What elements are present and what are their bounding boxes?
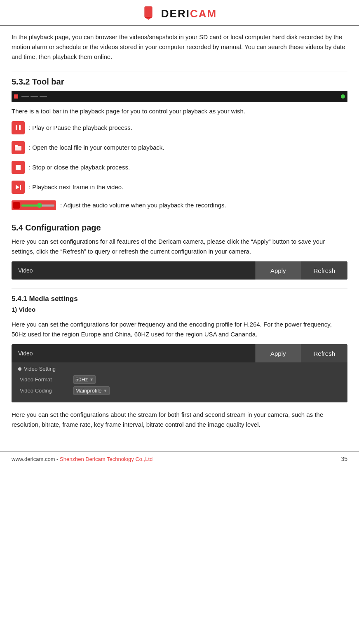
main-content: In the playback page, you can browser th… bbox=[0, 32, 359, 443]
open-file-icon-box bbox=[12, 141, 25, 154]
video-format-value: 50Hz bbox=[75, 376, 88, 383]
stop-icon-label: : Stop or close the playback process. bbox=[29, 163, 130, 172]
config-bar-1-label: Video bbox=[12, 267, 255, 274]
divider-2 bbox=[12, 217, 347, 217]
video-setting-group: Video Setting bbox=[18, 366, 341, 372]
open-icon-label: : Open the local file in your computer t… bbox=[29, 143, 164, 153]
volume-label: : Adjust the audio volume when you playb… bbox=[60, 201, 226, 210]
toolbar-lines bbox=[21, 96, 47, 97]
video-coding-select[interactable]: Mainprofile ▼ bbox=[73, 386, 110, 395]
volume-control-mockup bbox=[12, 200, 56, 210]
footer-link: www.dericam.com - Shenzhen Dericam Techn… bbox=[12, 456, 153, 462]
section-541-desc: Here you can set the configurations for … bbox=[12, 320, 347, 339]
icon-row-volume: : Adjust the audio volume when you playb… bbox=[12, 200, 347, 210]
footer-page-number: 35 bbox=[341, 456, 347, 462]
logo: DERICAM bbox=[142, 6, 217, 21]
video-panel-title: Video bbox=[12, 350, 255, 357]
config-bar-1: Video Apply Refresh bbox=[12, 261, 347, 280]
logo-icon bbox=[142, 6, 158, 21]
toolbar-line-1 bbox=[21, 96, 29, 97]
refresh-button-2[interactable]: Refresh bbox=[300, 344, 347, 362]
icon-row-open: : Open the local file in your computer t… bbox=[12, 141, 347, 154]
video-coding-row: Video Coding Mainprofile ▼ bbox=[18, 386, 341, 395]
volume-icon bbox=[13, 202, 20, 209]
video-coding-value: Mainprofile bbox=[75, 388, 102, 394]
svg-rect-4 bbox=[19, 125, 21, 130]
icon-row-stop: : Stop or close the playback process. bbox=[12, 161, 347, 174]
volume-fill bbox=[21, 204, 38, 207]
icon-row-play: : Play or Pause the playback process. bbox=[12, 121, 347, 134]
video-format-label: Video Format bbox=[20, 376, 73, 383]
video-format-row: Video Format 50Hz ▼ bbox=[18, 375, 341, 384]
video-setting-group-label: Video Setting bbox=[24, 366, 56, 372]
section-54-desc: Here you can set configurations for all … bbox=[12, 237, 347, 256]
volume-thumb bbox=[37, 203, 42, 208]
section-541-subtitle: 1) Video bbox=[12, 305, 347, 315]
logo-text: DERICAM bbox=[161, 7, 217, 20]
apply-button-1[interactable]: Apply bbox=[255, 261, 301, 280]
divider-1 bbox=[12, 71, 347, 71]
svg-marker-8 bbox=[16, 185, 19, 190]
toolbar-mockup bbox=[12, 91, 347, 102]
video-coding-arrow: ▼ bbox=[103, 388, 108, 393]
next-frame-icon bbox=[14, 183, 22, 191]
video-coding-label: Video Coding bbox=[20, 388, 73, 394]
stop-icon bbox=[14, 164, 22, 171]
next-frame-label: : Playback next frame in the video. bbox=[29, 183, 123, 192]
volume-track bbox=[21, 204, 54, 207]
footer-url-red: Shenzhen Dericam Technology Co.,Ltd bbox=[60, 456, 153, 462]
apply-button-2[interactable]: Apply bbox=[255, 344, 301, 362]
video-format-arrow: ▼ bbox=[89, 377, 94, 382]
play-icon-box bbox=[12, 121, 25, 134]
section-541-subtitle-text: 1) Video bbox=[12, 306, 35, 313]
toolbar-desc: There is a tool bar in the playback page… bbox=[12, 106, 347, 116]
svg-marker-1 bbox=[145, 17, 152, 20]
icon-row-next: : Playback next frame in the video. bbox=[12, 181, 347, 194]
video-settings-panel: Video Apply Refresh Video Setting Video … bbox=[12, 344, 347, 402]
section-541-after-desc: Here you can set the configurations abou… bbox=[12, 410, 347, 430]
svg-rect-9 bbox=[20, 185, 21, 190]
svg-rect-6 bbox=[15, 145, 18, 147]
next-frame-icon-box bbox=[12, 181, 25, 194]
svg-rect-3 bbox=[16, 125, 17, 130]
section-541-title: 5.4.1 Media settings bbox=[12, 295, 347, 303]
svg-rect-0 bbox=[145, 7, 152, 17]
video-panel-header: Video Apply Refresh bbox=[12, 344, 347, 362]
video-panel-body: Video Setting Video Format 50Hz ▼ Video … bbox=[12, 362, 347, 402]
toolbar-line-2 bbox=[31, 96, 38, 97]
intro-paragraph: In the playback page, you can browser th… bbox=[12, 32, 347, 62]
play-icon-label: : Play or Pause the playback process. bbox=[29, 123, 132, 133]
refresh-button-1[interactable]: Refresh bbox=[300, 261, 347, 280]
section-54-title: 5.4 Configuration page bbox=[12, 223, 347, 233]
toolbar-record-dot bbox=[14, 94, 18, 99]
stop-icon-box bbox=[12, 161, 25, 174]
folder-icon bbox=[14, 144, 22, 151]
pause-icon bbox=[14, 124, 22, 132]
footer-separator: - bbox=[56, 456, 58, 462]
toolbar-line-3 bbox=[40, 96, 47, 97]
toolbar-status-dot bbox=[341, 94, 345, 99]
svg-rect-7 bbox=[16, 165, 21, 170]
divider-3 bbox=[12, 289, 347, 289]
video-setting-dot bbox=[18, 367, 21, 371]
page-header: DERICAM bbox=[0, 0, 359, 26]
section-532-title: 5.3.2 Tool bar bbox=[12, 77, 347, 87]
page-footer: www.dericam.com - Shenzhen Dericam Techn… bbox=[0, 451, 359, 466]
video-format-select[interactable]: 50Hz ▼ bbox=[73, 375, 96, 384]
footer-url-plain: www.dericam.com bbox=[12, 456, 55, 462]
